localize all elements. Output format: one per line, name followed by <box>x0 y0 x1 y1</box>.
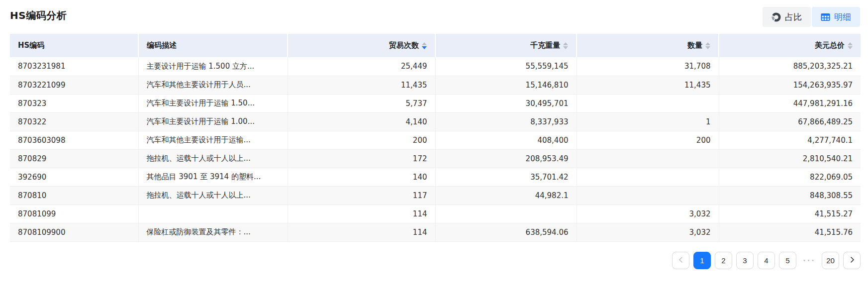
cell-r5-c5: 2,810,540.21 <box>719 149 861 168</box>
cell-r2-c5: 447,981,291.16 <box>719 94 861 112</box>
cell-r4-c1: 汽车和其他主要设计用于运输... <box>138 131 288 149</box>
cell-r3-c1: 汽车和主要设计用于运输 1.00... <box>138 112 288 131</box>
detail-view-button[interactable]: 明细 <box>812 7 860 27</box>
pagination-page-5[interactable]: 5 <box>779 252 796 269</box>
cell-r9-c0: 8708109900 <box>10 223 138 241</box>
pagination-next-button[interactable] <box>843 252 861 269</box>
cell-r1-c0: 8703221099 <box>10 76 138 94</box>
table-row: 870322汽车和主要设计用于运输 1.00...4,1408,337,9331… <box>10 112 861 131</box>
table-row: 870810991143,03241,515.27 <box>10 205 861 223</box>
table-row: 870829拖拉机、运载十人或十人以上...172208,953.492,810… <box>10 149 861 168</box>
caret-up-icon <box>848 42 853 45</box>
cell-r1-c2: 11,435 <box>288 76 435 94</box>
table-row: 8703231981主要设计用于运输 1.500 立方...25,44955,5… <box>10 57 861 76</box>
table-row: 8703221099汽车和其他主要设计用于人员...11,43515,146,8… <box>10 76 861 94</box>
table-header-row: HS编码编码描述贸易次数千克重量数量美元总价 <box>10 34 861 57</box>
column-header-0: HS编码 <box>10 34 138 57</box>
sort-carets-icon[interactable] <box>848 42 853 49</box>
pagination-ellipsis[interactable]: ••• <box>800 252 818 269</box>
caret-up-icon <box>422 42 427 45</box>
table-row: 8708109900保险杠或防御装置及其零件：...114638,594.063… <box>10 223 861 241</box>
pagination-page-1[interactable]: 1 <box>693 252 711 269</box>
cell-r3-c5: 67,866,489.25 <box>719 112 861 131</box>
cell-r2-c3: 30,495,701 <box>435 94 577 112</box>
cell-r5-c2: 172 <box>288 149 435 168</box>
caret-down-icon <box>422 46 427 49</box>
cell-r1-c3: 15,146,810 <box>435 76 577 94</box>
column-label: 数量 <box>687 41 702 50</box>
proportion-view-button[interactable]: 占比 <box>763 7 811 27</box>
donut-chart-icon <box>772 12 781 22</box>
cell-r6-c3: 35,701.42 <box>435 168 577 186</box>
cell-r0-c4: 31,708 <box>577 57 719 76</box>
cell-r2-c2: 5,737 <box>288 94 435 112</box>
hs-code-analysis-panel: HS编码分析 占比 <box>0 0 868 308</box>
cell-r8-c5: 41,515.27 <box>719 205 861 223</box>
cell-r7-c1: 拖拉机、运载十人或十人以上... <box>138 186 288 205</box>
cell-r6-c4 <box>577 168 719 186</box>
cell-r0-c0: 8703231981 <box>10 57 138 76</box>
cell-r3-c3: 8,337,933 <box>435 112 577 131</box>
column-label: HS编码 <box>18 41 44 50</box>
cell-r8-c1 <box>138 205 288 223</box>
cell-r1-c4: 11,435 <box>577 76 719 94</box>
cell-r4-c0: 8703603098 <box>10 131 138 149</box>
cell-r9-c2: 114 <box>288 223 435 241</box>
table-row: 870323汽车和主要设计用于运输 1.50...5,73730,495,701… <box>10 94 861 112</box>
cell-r9-c5: 41,515.76 <box>719 223 861 241</box>
cell-r5-c4 <box>577 149 719 168</box>
cell-r3-c4: 1 <box>577 112 719 131</box>
pagination-page-2[interactable]: 2 <box>715 252 732 269</box>
caret-up-icon <box>563 42 568 45</box>
table-row: 8703603098汽车和其他主要设计用于运输...200408,4002004… <box>10 131 861 149</box>
column-label: 编码描述 <box>147 41 177 50</box>
cell-r3-c0: 870322 <box>10 112 138 131</box>
column-label: 美元总价 <box>815 41 845 50</box>
caret-up-icon <box>705 42 710 45</box>
caret-down-icon <box>705 46 710 49</box>
caret-down-icon <box>848 46 853 49</box>
cell-r7-c3: 44,982.1 <box>435 186 577 205</box>
cell-r1-c1: 汽车和其他主要设计用于人员... <box>138 76 288 94</box>
cell-r4-c4: 200 <box>577 131 719 149</box>
table-row: 392690其他品目 3901 至 3914 的塑料...14035,701.4… <box>10 168 861 186</box>
cell-r5-c3: 208,953.49 <box>435 149 577 168</box>
hs-code-table: HS编码编码描述贸易次数千克重量数量美元总价 8703231981主要设计用于运… <box>10 34 861 242</box>
table-body: 8703231981主要设计用于运输 1.500 立方...25,44955,5… <box>10 57 861 241</box>
cell-r6-c5: 822,069.05 <box>719 168 861 186</box>
cell-r7-c2: 117 <box>288 186 435 205</box>
column-header-3[interactable]: 千克重量 <box>435 34 577 57</box>
cell-r8-c2: 114 <box>288 205 435 223</box>
sort-carets-icon[interactable] <box>563 42 568 49</box>
cell-r8-c0: 87081099 <box>10 205 138 223</box>
cell-r9-c4: 3,032 <box>577 223 719 241</box>
pagination-page-3[interactable]: 3 <box>736 252 754 269</box>
cell-r2-c1: 汽车和主要设计用于运输 1.50... <box>138 94 288 112</box>
pagination-page-20[interactable]: 20 <box>822 252 839 269</box>
cell-r2-c4 <box>577 94 719 112</box>
cell-r4-c5: 4,277,740.1 <box>719 131 861 149</box>
column-header-2[interactable]: 贸易次数 <box>288 34 435 57</box>
sort-carets-icon[interactable] <box>422 42 427 49</box>
column-header-1: 编码描述 <box>138 34 288 57</box>
cell-r6-c2: 140 <box>288 168 435 186</box>
column-label: 千克重量 <box>530 41 560 50</box>
cell-r5-c1: 拖拉机、运载十人或十人以上... <box>138 149 288 168</box>
detail-view-label: 明细 <box>834 11 851 23</box>
pagination-prev-button[interactable] <box>672 252 689 269</box>
cell-r4-c2: 200 <box>288 131 435 149</box>
cell-r7-c0: 870810 <box>10 186 138 205</box>
sort-carets-icon[interactable] <box>705 42 710 49</box>
cell-r2-c0: 870323 <box>10 94 138 112</box>
chevron-left-icon <box>677 256 684 265</box>
column-header-4[interactable]: 数量 <box>577 34 719 57</box>
cell-r6-c1: 其他品目 3901 至 3914 的塑料... <box>138 168 288 186</box>
cell-r8-c4: 3,032 <box>577 205 719 223</box>
cell-r0-c5: 885,203,325.21 <box>719 57 861 76</box>
column-header-5[interactable]: 美元总价 <box>719 34 861 57</box>
cell-r1-c5: 154,263,935.97 <box>719 76 861 94</box>
pagination-page-4[interactable]: 4 <box>758 252 775 269</box>
table-row: 870810拖拉机、运载十人或十人以上...11744,982.1848,308… <box>10 186 861 205</box>
proportion-view-label: 占比 <box>785 11 802 23</box>
cell-r9-c3: 638,594.06 <box>435 223 577 241</box>
